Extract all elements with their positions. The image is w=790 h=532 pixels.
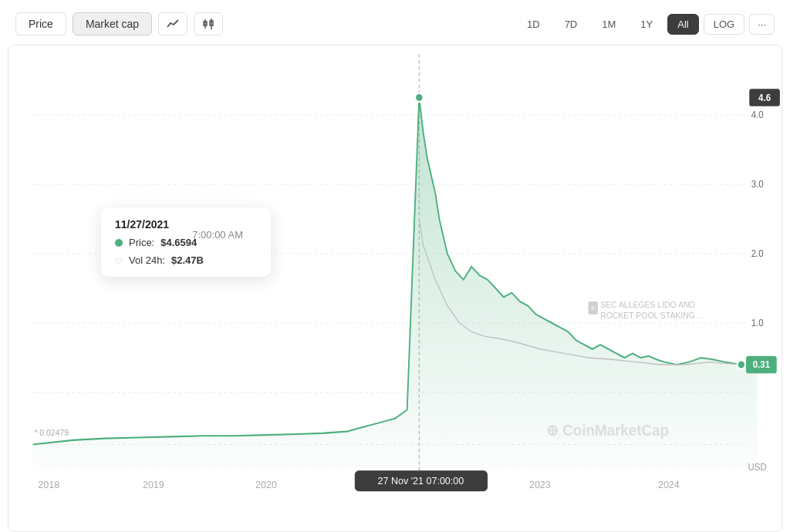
tooltip-vol-label: Vol 24h:	[129, 254, 165, 266]
log-button[interactable]: LOG	[704, 14, 744, 35]
price-tab[interactable]: Price	[15, 12, 66, 35]
svg-text:USD: USD	[748, 462, 768, 473]
price-dot	[115, 239, 123, 247]
svg-text:2020: 2020	[255, 478, 277, 490]
toolbar-right: 1D 7D 1M 1Y All LOG ···	[517, 14, 775, 35]
candle-chart-icon[interactable]	[194, 12, 223, 35]
chart-tooltip: 11/27/2021 7:00:00 AM Price: $4.6594 ♡ V…	[101, 207, 271, 277]
svg-text:2019: 2019	[143, 478, 164, 490]
svg-point-13	[738, 360, 745, 369]
svg-text:⊕ CoinMarketCap: ⊕ CoinMarketCap	[546, 422, 669, 439]
svg-text:* 0.02479: * 0.02479	[34, 428, 69, 437]
svg-text:4.0: 4.0	[751, 109, 764, 121]
time-all-button[interactable]: All	[667, 14, 698, 35]
line-chart-icon[interactable]	[158, 12, 187, 35]
svg-text:2.0: 2.0	[751, 248, 764, 260]
tooltip-vol-row: ♡ Vol 24h: $2.47B	[115, 254, 257, 266]
vol-icon: ♡	[115, 257, 123, 264]
time-1y-button[interactable]: 1Y	[630, 14, 663, 35]
svg-text:2024: 2024	[658, 478, 680, 490]
tooltip-vol-value: $2.47B	[171, 254, 204, 266]
svg-text:1.0: 1.0	[751, 318, 764, 329]
svg-point-12	[415, 93, 423, 102]
svg-text:2023: 2023	[529, 478, 551, 490]
time-1d-button[interactable]: 1D	[517, 14, 550, 35]
svg-text:2018: 2018	[38, 478, 59, 490]
tooltip-price-label: Price:	[129, 237, 154, 248]
toolbar: Price Market cap 1D 7D 1M 1Y All	[0, 12, 790, 45]
tooltip-price-value: $4.6594	[160, 237, 197, 248]
market-cap-tab[interactable]: Market cap	[73, 12, 152, 35]
toolbar-left: Price Market cap	[15, 12, 223, 35]
svg-text:SEC ALLEGES LIDO AND: SEC ALLEGES LIDO AND	[600, 299, 695, 308]
chart-svg: 4.6 4.0 3.0 2.0 1.0 0.31 2018 2019 2020 …	[8, 45, 782, 531]
more-button[interactable]: ···	[749, 14, 775, 35]
tooltip-time: 7:00:00 AM	[192, 229, 243, 241]
svg-text:3.0: 3.0	[751, 179, 764, 190]
chart-container: Price Market cap 1D 7D 1M 1Y All	[0, 0, 790, 532]
chart-area: 4.6 4.0 3.0 2.0 1.0 0.31 2018 2019 2020 …	[8, 45, 782, 532]
svg-text:0.31: 0.31	[753, 359, 771, 371]
time-1m-button[interactable]: 1M	[592, 14, 626, 35]
svg-text:27 Nov '21 07:00:00: 27 Nov '21 07:00:00	[378, 475, 464, 487]
svg-text:4.6: 4.6	[758, 93, 771, 104]
svg-text:ROCKET POOL STAKING ...: ROCKET POOL STAKING ...	[600, 311, 704, 320]
time-7d-button[interactable]: 7D	[555, 14, 588, 35]
svg-text:≡: ≡	[591, 305, 595, 312]
